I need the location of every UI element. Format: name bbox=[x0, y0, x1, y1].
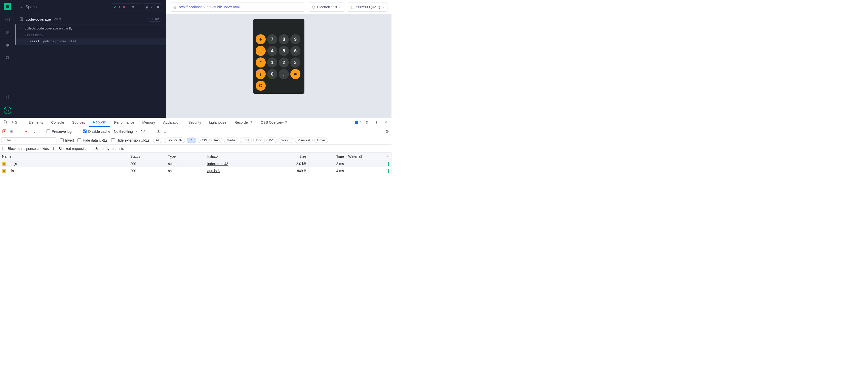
throttling-select[interactable]: No throttling ▼ bbox=[114, 130, 137, 134]
test-body-label[interactable]: ⌄ TEST BODY bbox=[16, 32, 166, 38]
network-gear-icon[interactable]: ⚙ bbox=[385, 129, 389, 134]
table-row[interactable]: JSutils.js200scriptapp.js:3849 B4 ms bbox=[0, 167, 392, 174]
issues-badge[interactable]: 7 bbox=[355, 120, 361, 124]
clear-icon[interactable]: ⊘ bbox=[10, 129, 13, 134]
filter-icon[interactable]: ▼ bbox=[24, 130, 28, 134]
expand-icon[interactable]: ⇥ bbox=[19, 5, 22, 9]
calc-btn-3[interactable]: 3 bbox=[290, 57, 301, 67]
calc-btn-5[interactable]: 5 bbox=[279, 46, 289, 56]
upload-icon[interactable] bbox=[157, 130, 160, 133]
target-icon[interactable]: ◎ bbox=[173, 5, 176, 9]
pill-media[interactable]: Media bbox=[224, 138, 238, 143]
col-type[interactable]: Type bbox=[166, 153, 205, 160]
calc-btn-+[interactable]: + bbox=[256, 34, 266, 44]
blocked-response-cookies-checkbox[interactable]: Blocked response cookies bbox=[2, 147, 49, 151]
more-icon[interactable]: ⋮ bbox=[373, 120, 380, 124]
col-initiator[interactable]: Initiator bbox=[205, 153, 270, 160]
col-name[interactable]: Name bbox=[0, 153, 128, 160]
calc-btn-8[interactable]: 8 bbox=[279, 34, 289, 44]
tab-sources[interactable]: Sources bbox=[68, 118, 89, 127]
network-filter-row: InvertHide data URLsHide extension URLs … bbox=[0, 136, 392, 145]
tab-performance[interactable]: Performance bbox=[110, 118, 138, 127]
col-size[interactable]: Size bbox=[270, 153, 308, 160]
check-icon: ✓ bbox=[114, 5, 117, 9]
tab-recorder[interactable]: Recorder⚗ bbox=[230, 118, 257, 127]
url-box[interactable]: ◎ http://localhost:60550/public/index.ht… bbox=[170, 2, 305, 11]
tab-lighthouse[interactable]: Lighthouse bbox=[205, 118, 230, 127]
calc-btn-/[interactable]: / bbox=[256, 69, 266, 79]
filter-input[interactable] bbox=[1, 137, 56, 143]
tab-memory[interactable]: Memory bbox=[138, 118, 159, 127]
pill-css[interactable]: CSS bbox=[198, 138, 210, 143]
tab-css-overview[interactable]: CSS Overview⚗ bbox=[257, 118, 291, 127]
chevron-down-icon[interactable]: ⌄ bbox=[150, 5, 152, 8]
browser-selector[interactable]: ⬡ Electron 118 ⌄ bbox=[309, 2, 344, 11]
calc-btn-1[interactable]: 1 bbox=[267, 57, 277, 67]
initiator-link[interactable]: app.js:3 bbox=[207, 169, 220, 173]
calc-btn-.[interactable]: . bbox=[279, 69, 289, 79]
tab-application[interactable]: Application bbox=[159, 118, 184, 127]
disable-cache-checkbox[interactable]: Disable cache bbox=[83, 130, 110, 134]
calc-btn-C[interactable]: C bbox=[256, 81, 266, 91]
gear-icon[interactable]: ⚙ bbox=[364, 120, 370, 124]
pill-manifest[interactable]: Manifest bbox=[295, 138, 313, 143]
tab-network[interactable]: Network bbox=[89, 118, 110, 127]
initiator-link[interactable]: index.html:48 bbox=[207, 162, 228, 166]
spec-row[interactable]: code-coverage .cy.ts 118ms bbox=[16, 14, 166, 24]
calc-btn-2[interactable]: 2 bbox=[279, 57, 289, 67]
spec-name: code-coverage bbox=[26, 17, 51, 21]
pill-js[interactable]: JS bbox=[187, 138, 196, 143]
pass-count: 1 bbox=[119, 5, 120, 9]
calc-btn-*[interactable]: * bbox=[256, 57, 266, 67]
tab-elements[interactable]: Elements bbox=[24, 118, 47, 127]
invert-checkbox[interactable]: Invert bbox=[60, 138, 74, 142]
waterfall-bar bbox=[388, 162, 389, 166]
reload-icon[interactable]: ↻ bbox=[156, 5, 159, 9]
tab-console[interactable]: Console bbox=[47, 118, 68, 127]
calc-btn-0[interactable]: 0 bbox=[267, 69, 277, 79]
table-row[interactable]: JSapp.js200scriptindex.html:482.0 kB8 ms bbox=[0, 160, 392, 167]
calc-btn-9[interactable]: 9 bbox=[290, 34, 301, 44]
col-status[interactable]: Status bbox=[128, 153, 166, 160]
record-icon[interactable] bbox=[2, 130, 6, 133]
calc-btn-=[interactable]: = bbox=[290, 69, 301, 79]
pill-wasm[interactable]: Wasm bbox=[279, 138, 293, 143]
settings-nav-icon[interactable] bbox=[4, 54, 10, 60]
search-icon[interactable] bbox=[31, 130, 35, 133]
hide-data-urls-checkbox[interactable]: Hide data URLs bbox=[78, 138, 108, 142]
device-icon[interactable] bbox=[10, 120, 18, 124]
bug-nav-icon[interactable] bbox=[4, 42, 10, 48]
pill-ws[interactable]: WS bbox=[267, 138, 277, 143]
viewport-selector[interactable]: ▢ 500x900 (42%) ⌄ bbox=[348, 2, 388, 11]
runs-nav-icon[interactable] bbox=[4, 17, 10, 23]
close-icon[interactable]: ✕ bbox=[383, 120, 389, 124]
calc-btn--[interactable]: - bbox=[256, 46, 266, 56]
pill-fetch-xhr[interactable]: Fetch/XHR bbox=[164, 138, 185, 143]
devtools-tabs: ElementsConsoleSourcesNetworkPerformance… bbox=[0, 118, 392, 127]
eye-icon[interactable]: ◉ bbox=[146, 5, 148, 9]
preserve-log-checkbox[interactable]: Preserve log bbox=[46, 130, 72, 134]
calc-btn-6[interactable]: 6 bbox=[290, 46, 301, 56]
command-row[interactable]: 1 visit public/index.html bbox=[16, 38, 166, 45]
calc-btn-4[interactable]: 4 bbox=[267, 46, 277, 56]
pill-font[interactable]: Font bbox=[240, 138, 252, 143]
wifi-icon[interactable] bbox=[141, 130, 146, 133]
pill-all[interactable]: All bbox=[153, 138, 162, 143]
keyboard-nav-icon[interactable] bbox=[4, 94, 10, 100]
col-waterfall[interactable]: Waterfall ▲ bbox=[346, 153, 392, 160]
3rd-party-requests-checkbox[interactable]: 3rd-party requests bbox=[90, 147, 124, 151]
inspect-icon[interactable] bbox=[2, 120, 9, 124]
pill-other[interactable]: Other bbox=[314, 138, 328, 143]
debug-nav-icon[interactable] bbox=[4, 29, 10, 35]
svg-point-21 bbox=[32, 130, 34, 132]
hide-extension-urls-checkbox[interactable]: Hide extension URLs bbox=[111, 138, 150, 142]
specs-nav-icon[interactable] bbox=[4, 3, 11, 10]
pill-doc[interactable]: Doc bbox=[253, 138, 265, 143]
tab-security[interactable]: Security bbox=[184, 118, 205, 127]
test-title-row[interactable]: ✓ collects code coverage on the fly bbox=[16, 24, 166, 32]
calc-btn-7[interactable]: 7 bbox=[267, 34, 277, 44]
pill-img[interactable]: Img bbox=[211, 138, 222, 143]
col-time[interactable]: Time bbox=[308, 153, 346, 160]
download-icon[interactable] bbox=[163, 130, 167, 133]
blocked-requests-checkbox[interactable]: Blocked requests bbox=[53, 147, 86, 151]
